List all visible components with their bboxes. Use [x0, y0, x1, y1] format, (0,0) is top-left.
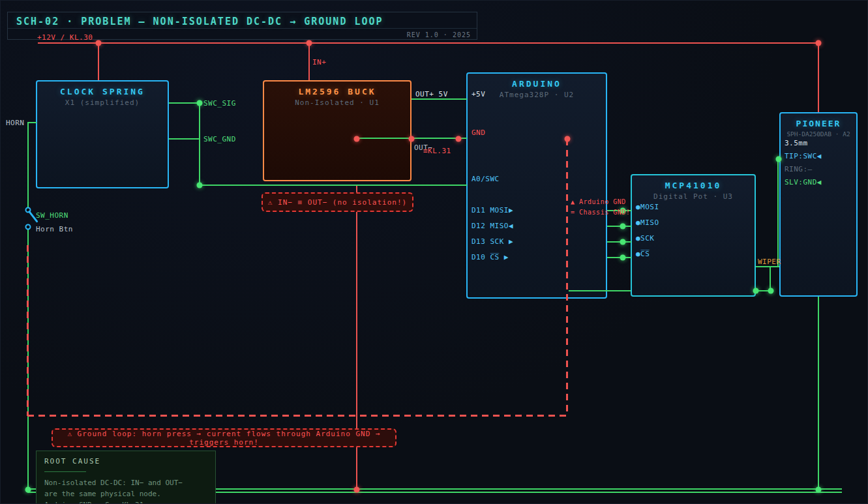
junction-dot — [307, 40, 312, 46]
junction-dot — [197, 100, 203, 106]
wire-pioneer-gnd — [818, 297, 819, 490]
clock-spring-title: CLOCK SPRING — [37, 87, 168, 96]
buck-subtitle: Non-Isolated · U1 — [264, 98, 410, 107]
wire-spi-miso — [607, 226, 631, 227]
junction-dot — [816, 40, 822, 46]
pioneer-title: PIONEER — [781, 119, 856, 128]
junction-dot — [620, 239, 626, 245]
schematic-canvas: SCH-02 · PROBLEM — NON-ISOLATED DC-DC → … — [0, 0, 868, 504]
pin-label-arduino-d13: D13 SCK ▶ — [471, 237, 513, 246]
pioneer-ring-label: RING:— — [785, 165, 813, 173]
wire-12v-rail — [38, 42, 819, 44]
root-cause-divider — [44, 471, 86, 472]
pioneer-subtitle: SPH-DA250DAB · A2 — [781, 130, 856, 138]
junction-dot — [354, 487, 360, 493]
junction-dot — [456, 136, 462, 142]
pin-label-mcp-sck: ●SCK — [636, 234, 655, 243]
buck-title: LM2596 BUCK — [264, 87, 410, 96]
pin-label-arduino-d10: D10 C̅S̅ ▶ — [471, 253, 509, 261]
warning-no-isolation-text: ⚠ IN− ≡ OUT− (no isolation!) — [268, 198, 407, 207]
net-label-wiper: WIPER — [758, 258, 781, 266]
junction-dot — [816, 487, 822, 493]
junction-dot — [620, 255, 626, 261]
root-cause-line: Non-isolated DC-DC: IN− and OUT− — [44, 477, 207, 488]
pin-label-mcp-mosi: ●MOSI — [636, 203, 659, 211]
pin-label-mcp-miso: ●MISO — [636, 218, 659, 227]
net-label-kl31: ≡KL.31 — [423, 147, 451, 155]
wire-12v-drop-pioneer — [818, 42, 819, 112]
pin-label-arduino-gnd: GND — [471, 128, 485, 137]
root-cause-title: ROOT CAUSE — [44, 457, 207, 466]
junction-dot-arduino-gnd — [565, 136, 571, 142]
component-clock-spring: CLOCK SPRING X1 (simplified) — [36, 80, 169, 188]
wire-12v-drop-clockspring — [98, 42, 99, 80]
wire-spi-sck — [607, 241, 631, 243]
warning-ground-loop-text: ⚠ Ground loop: horn press → current flow… — [53, 430, 395, 447]
switch-desc-label: Horn Btn — [36, 225, 73, 233]
wire-swc-vertical — [199, 102, 200, 186]
component-buck-converter: LM2596 BUCK Non-Isolated · U1 — [263, 80, 412, 181]
junction-dot — [25, 487, 31, 493]
wire-wiper-out — [756, 266, 779, 267]
wire-12v-drop-buck — [308, 42, 310, 80]
pioneer-sleeve-label: SLV:GND◀ — [785, 178, 822, 186]
net-label-in-plus: IN+ — [312, 58, 326, 67]
warning-chassis-line2: = Chassis GND! — [571, 209, 630, 216]
warning-no-isolation: ⚠ IN− ≡ OUT− (no isolation!) — [262, 192, 413, 212]
pin-label-arduino-d12: D12 MISO◀ — [471, 222, 513, 230]
pin-label-arduino-a0: A0/SWC — [471, 175, 500, 183]
junction-dot — [354, 136, 360, 142]
pin-label-out-plus: OUT+ 5V — [415, 90, 448, 98]
wire-5v-to-arduino — [412, 98, 467, 100]
mcp-title: MCP41010 — [632, 181, 755, 190]
pioneer-jack-label: 3.5mm — [785, 139, 808, 147]
junction-dot — [409, 136, 415, 142]
pin-label-swc-gnd: SWC_GND — [203, 135, 236, 143]
arduino-subtitle: ATmega328P · U2 — [468, 91, 606, 99]
junction-dot — [197, 183, 203, 188]
root-cause-panel: ROOT CAUSE Non-isolated DC-DC: IN− and O… — [36, 451, 216, 504]
dashed-loop-switch-overlay — [27, 245, 29, 416]
sheet-title: SCH-02 · PROBLEM — NON-ISOLATED DC-DC → … — [16, 16, 383, 27]
arduino-title: ARDUINO — [468, 79, 606, 89]
dashed-loop-arduino-gnd — [566, 139, 568, 416]
mcp-subtitle: Digital Pot · U3 — [632, 192, 755, 201]
root-cause-line: Arduino GND = Car KL.31 — [44, 499, 207, 504]
pin-label-arduino-5v: +5V — [471, 90, 485, 98]
warning-chassis-line1: ▲ Arduino GND — [571, 198, 626, 205]
component-arduino: ARDUINO ATmega328P · U2 — [466, 72, 607, 299]
wire-horn-stub — [28, 122, 37, 123]
net-label-12v: +12V / KL.30 — [37, 33, 93, 42]
warning-ground-loop: ⚠ Ground loop: horn press → current flow… — [52, 428, 397, 447]
junction-dot — [620, 224, 626, 230]
pin-label-swc-sig: SWC_SIG — [203, 99, 236, 108]
junction-dot — [753, 288, 759, 294]
switch-name-label: SW_HORN — [36, 211, 68, 220]
wire-swc-gnd-stub — [169, 138, 200, 140]
wire-swc-sig-stub — [169, 102, 200, 104]
wire-swc-to-a0 — [199, 185, 467, 186]
junction-dot — [768, 288, 774, 294]
revision-label: REV 1.0 · 2025 — [407, 31, 471, 38]
dashed-loop-horizontal — [27, 415, 567, 417]
title-divider — [8, 28, 477, 29]
clock-spring-subtitle: X1 (simplified) — [37, 98, 168, 107]
pioneer-tip-label: TIP:SWC◀ — [785, 152, 822, 160]
junction-dot-tip-pin — [776, 156, 782, 162]
pin-label-mcp-cs: ●C̅S̅ — [636, 250, 650, 258]
root-cause-line: are the same physical node. — [44, 488, 207, 499]
switch-contact-bottom — [25, 224, 31, 230]
net-label-horn: HORN — [6, 119, 25, 127]
pin-label-arduino-d11: D11 MOSI▶ — [471, 206, 513, 215]
wire-wiper-to-tip — [777, 158, 779, 267]
wire-spi-cs — [607, 257, 631, 258]
wire-horn-to-switch — [27, 122, 29, 211]
junction-dot — [96, 40, 102, 46]
